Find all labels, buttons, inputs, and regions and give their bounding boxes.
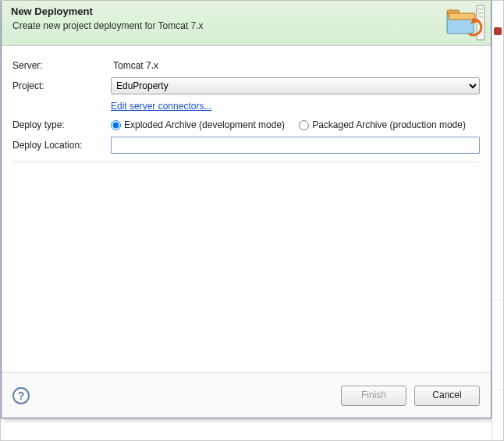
deploy-location-label: Deploy Location: <box>12 140 111 151</box>
app-window: New Deployment Create new project deploy… <box>0 0 504 441</box>
radio-exploded-archive[interactable]: Exploded Archive (development mode) <box>111 119 285 130</box>
server-label: Server: <box>12 60 111 71</box>
server-row: Server: Tomcat 7.x <box>12 60 480 71</box>
bg-separator <box>492 389 503 390</box>
form-separator <box>12 162 480 162</box>
svg-rect-4 <box>478 8 483 10</box>
svg-rect-6 <box>478 16 483 18</box>
deploy-type-label: Deploy type: <box>12 119 111 130</box>
project-label: Project: <box>12 80 111 91</box>
deploy-location-input[interactable] <box>111 137 480 154</box>
help-icon[interactable]: ? <box>12 387 30 404</box>
finish-button[interactable]: Finish <box>341 386 406 406</box>
edit-server-connectors-link[interactable]: Edit server connectors... <box>111 101 211 112</box>
radio-exploded-label: Exploded Archive (development mode) <box>124 119 285 130</box>
radio-packaged-label: Packaged Archive (production mode) <box>312 119 466 130</box>
radio-packaged-input[interactable] <box>299 120 309 130</box>
dialog-header: New Deployment Create new project deploy… <box>2 1 491 46</box>
project-row: Project: EduProperty <box>12 77 480 94</box>
svg-rect-2 <box>449 13 475 20</box>
dialog-title: New Deployment <box>11 5 436 17</box>
svg-rect-5 <box>478 12 483 14</box>
deployment-dialog: New Deployment Create new project deploy… <box>1 1 492 418</box>
edit-connectors-row: Edit server connectors... <box>12 101 480 112</box>
bg-separator <box>492 300 503 301</box>
radio-exploded-input[interactable] <box>111 120 121 130</box>
cancel-button[interactable]: Cancel <box>414 386 480 406</box>
project-select[interactable]: EduProperty <box>111 77 480 94</box>
radio-packaged-archive[interactable]: Packaged Archive (production mode) <box>299 119 466 130</box>
deploy-location-row: Deploy Location: <box>12 137 480 154</box>
deploy-type-row: Deploy type: Exploded Archive (developme… <box>12 119 480 130</box>
background-accent-icon <box>494 27 502 35</box>
form-area: Server: Tomcat 7.x Project: EduProperty … <box>2 46 491 372</box>
server-value: Tomcat 7.x <box>111 60 480 71</box>
dialog-subtitle: Create new project deployment for Tomcat… <box>12 20 436 31</box>
deployment-folder-server-icon <box>445 2 488 43</box>
background-strip <box>492 1 503 440</box>
dialog-footer: ? Finish Cancel <box>2 372 491 418</box>
